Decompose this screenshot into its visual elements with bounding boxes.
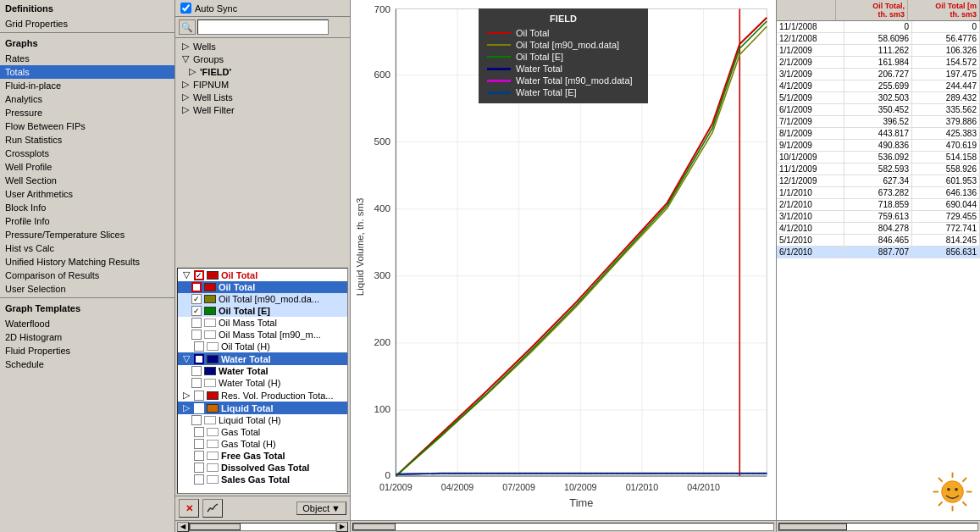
tree-item-wells[interactable]: ▷ Wells <box>177 40 348 53</box>
sidebar-item-fluid-in-place[interactable]: Fluid-in-place <box>0 79 174 92</box>
cb-free-gas-total[interactable] <box>194 451 204 461</box>
chart-button[interactable] <box>202 499 223 518</box>
sidebar-item-analytics[interactable]: Analytics <box>0 92 174 106</box>
delete-button[interactable]: ✕ <box>179 499 199 518</box>
data-row[interactable]: 2/1/2010 718.859 690.044 <box>777 199 980 211</box>
list-item-oil-total-h[interactable]: Oil Total (H) <box>178 341 347 352</box>
chart-scrollbar-track[interactable] <box>352 523 774 531</box>
data-row[interactable]: 6/1/2009 350.452 335.562 <box>777 104 980 116</box>
sidebar-item-grid-properties[interactable]: Grid Properties <box>0 17 174 30</box>
sidebar-item-crossplots[interactable]: Crossplots <box>0 147 174 160</box>
tree-expand-field[interactable]: ▷ <box>187 66 197 77</box>
sidebar-item-fluid-properties[interactable]: Fluid Properties <box>0 344 174 357</box>
cb-oil-total-h[interactable] <box>194 341 204 352</box>
sidebar-item-pressure-temperature-slices[interactable]: Pressure/Temperature Slices <box>0 228 174 241</box>
tree-item-groups[interactable]: ▽ Groups <box>177 53 348 65</box>
sidebar-section-graphs[interactable]: Graphs <box>0 35 174 52</box>
sidebar-item-user-arithmetics[interactable]: User Arithmetics <box>0 187 174 201</box>
tree-item-fipnum[interactable]: ▷ FIPNUM <box>177 78 348 91</box>
data-row[interactable]: 2/1/2009 161.984 154.572 <box>777 57 980 69</box>
h-scrollbar-thumb[interactable] <box>190 524 241 530</box>
cb-sales-gas-total[interactable] <box>194 474 204 485</box>
data-row[interactable]: 4/1/2010 804.278 772.741 <box>777 223 980 235</box>
data-row[interactable]: 11/1/2009 582.593 558.926 <box>777 163 980 175</box>
list-item-gas-total[interactable]: Gas Total <box>178 426 347 438</box>
sidebar-item-schedule[interactable]: Schedule <box>0 357 174 371</box>
sidebar-item-flow-between-fips[interactable]: Flow Between FIPs <box>0 119 174 133</box>
cb-liquid-total-h[interactable] <box>191 415 202 425</box>
sidebar-item-profile-info[interactable]: Profile Info <box>0 214 174 228</box>
data-row[interactable]: 12/1/2008 58.6096 56.4776 <box>777 33 980 45</box>
tree-expand-well-filter[interactable]: ▷ <box>180 104 191 115</box>
expand-res-vol[interactable]: ▷ <box>181 390 191 401</box>
data-row[interactable]: 11/1/2008 0 0 <box>777 21 980 33</box>
sidebar-item-well-section[interactable]: Well Section <box>0 174 174 187</box>
cb-oil-total-m90[interactable] <box>191 294 202 304</box>
expand-liquid-total[interactable]: ▷ <box>181 402 191 413</box>
sidebar-section-graph-templates[interactable]: Graph Templates <box>0 300 174 317</box>
object-dropdown[interactable]: Object ▼ <box>296 502 346 515</box>
cb-liquid-total[interactable] <box>194 403 204 413</box>
sidebar-item-hist-vs-calc[interactable]: Hist vs Calc <box>0 241 174 255</box>
cb-res-vol[interactable] <box>194 391 204 401</box>
list-item-sales-gas-total[interactable]: Sales Gas Total <box>178 474 347 485</box>
list-item-water-total-h[interactable]: Water Total (H) <box>178 377 347 389</box>
data-row[interactable]: 3/1/2009 206.727 197.475 <box>777 69 980 80</box>
sidebar-item-waterflood[interactable]: Waterflood <box>0 317 174 330</box>
list-item-oil-mass-total-m90[interactable]: Oil Mass Total [m90_m... <box>178 329 347 341</box>
sidebar-item-rates[interactable]: Rates <box>0 52 174 65</box>
data-row[interactable]: 7/1/2009 396.52 379.886 <box>777 116 980 128</box>
sidebar-item-totals[interactable]: Totals <box>0 65 174 79</box>
sidebar-item-unified-history[interactable]: Unified History Matching Results <box>0 255 174 269</box>
sidebar-item-run-statistics[interactable]: Run Statistics <box>0 133 174 147</box>
list-item-dissolved-gas-total[interactable]: Dissolved Gas Total <box>178 462 347 474</box>
data-scrollbar-track[interactable] <box>778 523 978 531</box>
cb-oil-mass-total-m90[interactable] <box>191 330 202 340</box>
cb-water-total-1[interactable] <box>191 366 202 376</box>
list-item-liquid-total[interactable]: ▷ Liquid Total <box>178 402 347 414</box>
sidebar-item-well-profile[interactable]: Well Profile <box>0 160 174 174</box>
scroll-right-btn[interactable]: ▶ <box>336 522 348 532</box>
cb-dissolved-gas-total[interactable] <box>194 463 204 473</box>
cb-oil-total-e[interactable] <box>191 306 202 316</box>
data-row[interactable]: 5/1/2010 846.465 814.245 <box>777 235 980 247</box>
tree-item-field[interactable]: ▷ 'FIELD' <box>177 65 348 78</box>
expand-oil-total[interactable]: ▽ <box>181 269 191 280</box>
cb-gas-total[interactable] <box>194 427 204 437</box>
h-scrollbar-track[interactable] <box>189 523 336 531</box>
data-row[interactable]: 1/1/2010 673.282 646.136 <box>777 187 980 199</box>
data-row[interactable]: 5/1/2009 302.503 289.432 <box>777 92 980 104</box>
list-item-res-vol[interactable]: ▷ Res. Vol. Production Tota... <box>178 389 347 402</box>
data-row[interactable]: 1/1/2009 111.262 106.326 <box>777 45 980 57</box>
chart-scrollbar-thumb[interactable] <box>353 524 396 530</box>
list-item-oil-total-1[interactable]: Oil Total <box>178 281 347 293</box>
tree-expand-fipnum[interactable]: ▷ <box>180 79 191 90</box>
sidebar-item-block-info[interactable]: Block Info <box>0 201 174 214</box>
expand-water-total[interactable]: ▽ <box>181 353 191 364</box>
tree-expand-wells[interactable]: ▷ <box>180 41 191 52</box>
cb-water-total-parent[interactable] <box>194 354 204 364</box>
sidebar-item-pressure[interactable]: Pressure <box>0 106 174 119</box>
sidebar-item-definitions[interactable]: Definitions <box>0 0 174 17</box>
tree-expand-groups[interactable]: ▽ <box>180 53 191 64</box>
list-item-gas-total-h[interactable]: Gas Total (H) <box>178 438 347 450</box>
list-item-oil-total-e[interactable]: Oil Total [E] <box>178 305 347 317</box>
tree-item-well-filter[interactable]: ▷ Well Filter <box>177 103 348 116</box>
auto-sync-checkbox[interactable] <box>180 3 191 14</box>
list-item-oil-mass-total[interactable]: Oil Mass Total <box>178 317 347 329</box>
data-row[interactable]: 10/1/2009 536.092 514.158 <box>777 152 980 163</box>
data-row[interactable]: 3/1/2010 759.613 729.455 <box>777 211 980 223</box>
data-row[interactable]: 9/1/2009 490.836 470.619 <box>777 140 980 152</box>
list-item-free-gas-total[interactable]: Free Gas Total <box>178 450 347 462</box>
scroll-left-btn[interactable]: ◀ <box>177 522 189 532</box>
chart-h-scrollbar[interactable] <box>351 520 776 532</box>
cb-oil-total-1[interactable] <box>191 282 202 292</box>
list-item-liquid-total-h[interactable]: Liquid Total (H) <box>178 414 347 426</box>
search-input[interactable] <box>197 19 329 35</box>
list-item-water-total-parent[interactable]: ▽ Water Total <box>178 352 347 365</box>
sidebar-item-user-selection[interactable]: User Selection <box>0 282 174 296</box>
data-h-scrollbar[interactable] <box>777 520 980 532</box>
cb-gas-total-h[interactable] <box>194 439 204 449</box>
list-item-oil-total-parent[interactable]: ▽ Oil Total <box>178 269 347 281</box>
data-row[interactable]: 4/1/2009 255.699 244.447 <box>777 80 980 92</box>
